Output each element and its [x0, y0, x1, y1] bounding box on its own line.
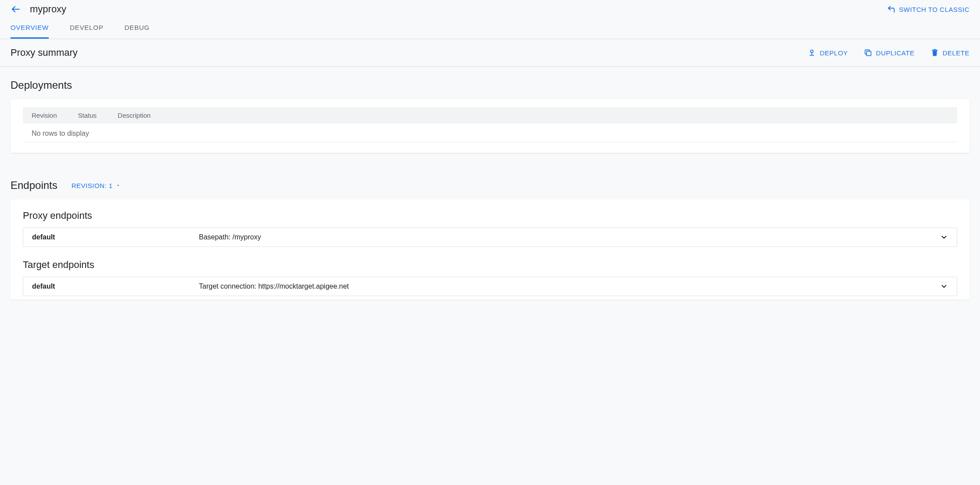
deploy-icon [807, 48, 816, 57]
delete-button[interactable]: DELETE [930, 48, 969, 57]
duplicate-button[interactable]: DUPLICATE [864, 48, 915, 57]
col-revision: Revision [32, 112, 57, 119]
svg-point-1 [811, 50, 813, 53]
caret-down-icon [115, 183, 121, 188]
proxy-endpoint-row[interactable]: default Basepath: /myproxy [23, 228, 957, 247]
delete-label: DELETE [943, 49, 969, 57]
back-button[interactable] [11, 4, 21, 14]
revision-selector[interactable]: REVISION: 1 [72, 182, 121, 189]
chevron-down-icon [940, 282, 948, 290]
summary-bar: Proxy summary DEPLOY DUPLICATE DELETE [0, 39, 980, 67]
target-endpoints-title: Target endpoints [23, 259, 957, 271]
revision-label: REVISION: 1 [72, 182, 113, 189]
proxy-endpoint-name: default [32, 233, 199, 241]
duplicate-label: DUPLICATE [876, 49, 915, 57]
switch-to-classic-label: SWITCH TO CLASSIC [899, 6, 969, 13]
duplicate-icon [864, 48, 872, 57]
tabs: OVERVIEW DEVELOP DEBUG [0, 15, 980, 39]
deployments-card: Revision Status Description No rows to d… [11, 99, 969, 153]
endpoints-card: Proxy endpoints default Basepath: /mypro… [11, 199, 969, 300]
svg-rect-6 [933, 49, 936, 50]
content: Deployments Revision Status Description … [0, 67, 980, 312]
col-description: Description [118, 112, 151, 119]
svg-rect-5 [932, 50, 937, 51]
deployments-title: Deployments [11, 79, 969, 91]
action-buttons: DEPLOY DUPLICATE DELETE [807, 48, 969, 57]
deployments-empty: No rows to display [23, 123, 957, 142]
endpoints-title: Endpoints [11, 179, 58, 192]
target-endpoint-name: default [32, 282, 199, 290]
switch-to-classic-button[interactable]: SWITCH TO CLASSIC [887, 5, 969, 14]
arrow-left-icon [11, 4, 21, 14]
deploy-button[interactable]: DEPLOY [807, 48, 848, 57]
tab-develop[interactable]: DEVELOP [70, 24, 103, 39]
tab-overview[interactable]: OVERVIEW [11, 24, 49, 39]
top-left: myproxy [11, 4, 66, 15]
target-endpoint-row[interactable]: default Target connection: https://mockt… [23, 277, 957, 296]
summary-title: Proxy summary [11, 47, 78, 58]
page-title: myproxy [30, 4, 66, 15]
proxy-endpoint-detail: Basepath: /myproxy [199, 233, 940, 241]
target-endpoint-detail: Target connection: https://mocktarget.ap… [199, 282, 940, 290]
proxy-endpoints-title: Proxy endpoints [23, 210, 957, 221]
tab-debug[interactable]: DEBUG [124, 24, 149, 39]
endpoints-header: Endpoints REVISION: 1 [11, 179, 969, 192]
chevron-down-icon [940, 233, 948, 241]
svg-rect-4 [867, 51, 871, 56]
top-bar: myproxy SWITCH TO CLASSIC [0, 0, 980, 15]
undo-icon [887, 5, 896, 14]
delete-icon [930, 48, 939, 57]
col-status: Status [78, 112, 97, 119]
deployments-table-header: Revision Status Description [23, 107, 957, 123]
deploy-label: DEPLOY [820, 49, 848, 57]
